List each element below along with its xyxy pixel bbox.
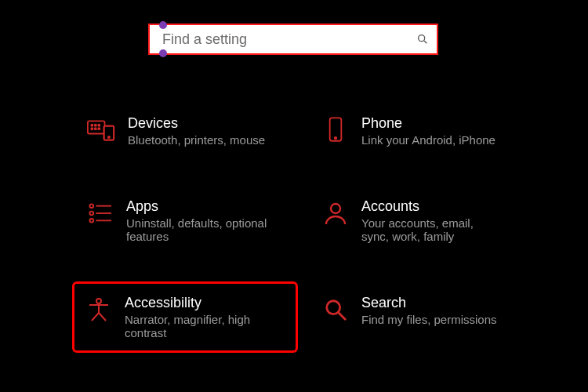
svg-point-8 <box>98 128 100 129</box>
tile-subtitle: Find my files, permissions <box>361 313 497 326</box>
tile-title: Search <box>361 295 497 311</box>
svg-rect-2 <box>88 121 105 133</box>
accounts-icon <box>322 200 349 227</box>
svg-point-5 <box>98 125 100 126</box>
tile-accessibility[interactable]: Accessibility Narrator, magnifier, high … <box>72 281 298 353</box>
tile-title: Phone <box>361 115 495 132</box>
tile-search[interactable]: Search Find my files, permissions <box>314 288 533 353</box>
svg-point-7 <box>95 128 96 129</box>
apps-icon <box>87 200 114 227</box>
tile-subtitle: Link your Android, iPhone <box>361 133 495 147</box>
svg-point-16 <box>89 212 93 216</box>
svg-line-1 <box>424 41 426 43</box>
svg-line-25 <box>99 313 106 321</box>
search-icon <box>322 296 349 323</box>
tile-subtitle: Your accounts, email, sync, work, family <box>361 216 503 244</box>
selection-handle-bottom <box>159 49 167 57</box>
tile-title: Apps <box>126 198 267 215</box>
svg-point-13 <box>335 137 337 140</box>
tile-title: Accounts <box>361 198 503 215</box>
svg-point-0 <box>419 35 425 42</box>
tile-subtitle: Bluetooth, printers, mouse <box>128 133 265 147</box>
phone-icon <box>322 117 349 143</box>
selection-handle-top <box>159 21 167 29</box>
tile-phone[interactable]: Phone Link your Android, iPhone <box>314 108 533 154</box>
search-icon <box>416 33 429 45</box>
svg-point-11 <box>108 136 110 138</box>
svg-point-4 <box>95 125 96 126</box>
svg-point-18 <box>89 219 93 223</box>
tile-accounts[interactable]: Accounts Your accounts, email, sync, wor… <box>314 191 533 250</box>
tile-title: Accessibility <box>125 295 266 311</box>
accessibility-icon <box>85 296 112 323</box>
tile-subtitle: Uninstall, defaults, optional features <box>126 216 267 244</box>
devices-icon <box>87 117 115 143</box>
tile-title: Devices <box>128 115 265 132</box>
svg-line-24 <box>92 313 99 321</box>
svg-point-3 <box>91 125 93 126</box>
svg-point-20 <box>331 204 340 213</box>
settings-search-box[interactable] <box>148 24 438 55</box>
settings-tiles-grid: Devices Bluetooth, printers, mouse Phone… <box>78 108 533 353</box>
svg-point-21 <box>96 299 101 303</box>
tile-apps[interactable]: Apps Uninstall, defaults, optional featu… <box>78 191 298 250</box>
tile-subtitle: Narrator, magnifier, high contrast <box>125 313 266 340</box>
svg-point-6 <box>91 128 93 129</box>
svg-point-14 <box>89 204 93 208</box>
tile-devices[interactable]: Devices Bluetooth, printers, mouse <box>78 108 298 154</box>
svg-line-27 <box>339 313 345 319</box>
search-input[interactable] <box>161 31 412 49</box>
